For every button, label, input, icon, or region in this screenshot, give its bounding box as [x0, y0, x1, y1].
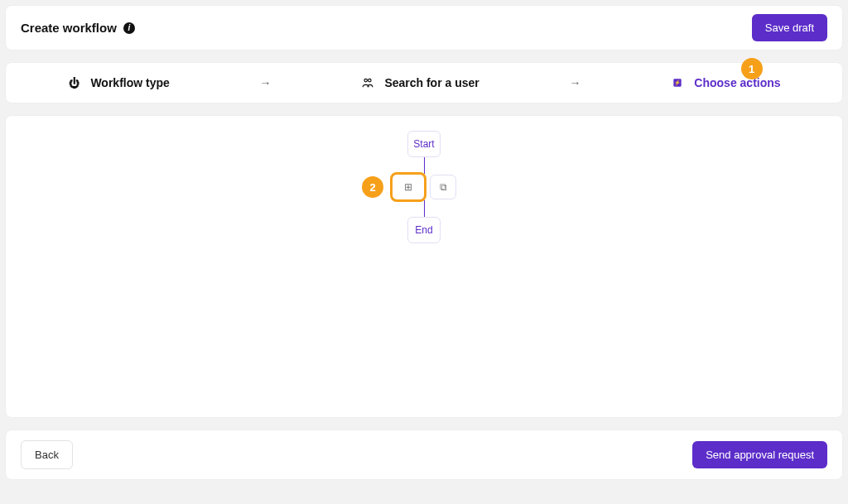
info-icon[interactable]: i [123, 22, 135, 34]
copy-action-button[interactable]: ⧉ [430, 175, 456, 199]
copy-icon: ⧉ [440, 181, 447, 193]
users-icon [361, 76, 374, 89]
canvas-panel: Start 2 ⊞ ⧉ End [5, 115, 843, 418]
chevron-right-icon: → [260, 76, 272, 89]
add-action-button[interactable]: ⊞ [392, 174, 425, 200]
flow-connector [424, 200, 425, 217]
page-title: Create workflow [21, 21, 117, 35]
actions-icon: ⚡ [671, 76, 684, 89]
svg-text:⚡: ⚡ [674, 79, 681, 86]
svg-point-0 [364, 79, 368, 82]
step-label: Workflow type [90, 76, 169, 89]
power-icon: ⏻ [67, 76, 80, 89]
header-title-wrap: Create workflow i [21, 21, 135, 35]
callout-2: 2 [362, 176, 383, 198]
header-panel: Create workflow i Save draft [5, 5, 843, 50]
plus-icon: ⊞ [404, 181, 412, 193]
flow-connector [424, 157, 425, 174]
step-label: Choose actions [694, 76, 780, 89]
step-choose-actions[interactable]: ⚡ Choose actions 1 [671, 76, 780, 89]
steps-panel: ⏻ Workflow type → Search for a user → ⚡ … [5, 62, 843, 103]
svg-point-1 [369, 79, 372, 82]
chevron-right-icon: → [570, 76, 581, 89]
flow-end-node[interactable]: End [407, 217, 441, 243]
send-approval-button[interactable]: Send approval request [692, 441, 827, 468]
step-workflow-type[interactable]: ⏻ Workflow type [67, 76, 169, 89]
flow-start-node[interactable]: Start [407, 131, 441, 157]
flow-column: Start 2 ⊞ ⧉ End [392, 131, 456, 243]
footer-panel: Back Send approval request [5, 430, 843, 480]
step-search-user[interactable]: Search for a user [361, 76, 479, 89]
flow-mid-row: 2 ⊞ ⧉ [392, 174, 456, 200]
save-draft-button[interactable]: Save draft [752, 14, 827, 41]
step-label: Search for a user [384, 76, 479, 89]
back-button[interactable]: Back [21, 440, 73, 469]
